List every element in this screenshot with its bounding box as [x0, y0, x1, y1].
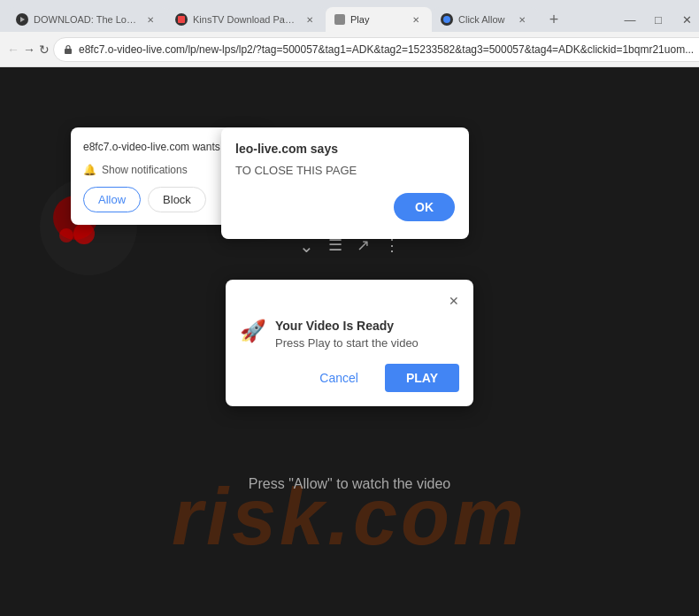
secure-icon [63, 44, 73, 55]
tab3-close[interactable]: ✕ [409, 12, 423, 27]
notification-popup-title: e8fc7.o-video-live.com wants to [83, 140, 232, 155]
video-ready-content: 🚀 Your Video Is Ready Press Play to star… [240, 319, 459, 350]
maximize-button[interactable]: □ [646, 7, 671, 32]
tab-download[interactable]: DOWNLOAD: The Lord of t ✕ [7, 7, 166, 32]
tab-kinstv[interactable]: KinsTV Download Page — ✕ [166, 7, 326, 32]
video-ready-subtitle: Press Play to start the video [275, 336, 419, 350]
alert-dialog: leo-live.com says TO CLOSE THIS PAGE OK [221, 127, 469, 239]
tab4-title: Click Allow [458, 14, 510, 25]
block-button[interactable]: Block [148, 187, 206, 212]
tab4-favicon [441, 13, 453, 26]
video-ready-close[interactable]: ✕ [449, 294, 459, 308]
rocket-icon: 🚀 [240, 319, 266, 343]
svg-point-2 [443, 16, 450, 23]
cancel-button[interactable]: Cancel [302, 364, 376, 392]
tab-click-allow[interactable]: Click Allow ✕ [432, 7, 538, 32]
video-ready-text: Your Video Is Ready Press Play to start … [275, 319, 419, 350]
browser-frame: DOWNLOAD: The Lord of t ✕ KinsTV Downloa… [0, 0, 699, 616]
svg-point-7 [73, 223, 95, 244]
close-button[interactable]: ✕ [674, 7, 699, 32]
alert-ok-button[interactable]: OK [394, 193, 455, 221]
tab-bar: DOWNLOAD: The Lord of t ✕ KinsTV Downloa… [0, 0, 699, 32]
svg-rect-1 [178, 16, 185, 23]
bell-icon: 🔔 [83, 164, 96, 176]
play-button[interactable]: PLAY [385, 364, 459, 392]
tab1-close[interactable]: ✕ [143, 12, 157, 27]
toolbar: ← → ↻ e8fc7.o-video-live.com/lp/new-lps/… [0, 32, 699, 67]
address-text: e8fc7.o-video-live.com/lp/new-lps/lp2/?t… [79, 43, 694, 56]
reload-button[interactable]: ↻ [39, 37, 50, 62]
allow-button[interactable]: Allow [83, 187, 141, 212]
tab-play[interactable]: Play ✕ [326, 7, 432, 32]
svg-point-8 [59, 228, 73, 243]
page-content: ⌄ ☰ ↗ ⋮ risk.com Press "Allow" to watch … [0, 67, 699, 616]
show-notifications-label: Show notifications [102, 164, 188, 176]
forward-button[interactable]: → [23, 37, 35, 62]
tab4-close[interactable]: ✕ [515, 12, 529, 27]
svg-rect-3 [65, 49, 72, 54]
tab1-favicon [16, 13, 28, 26]
tab2-title: KinsTV Download Page — [193, 14, 297, 25]
window-controls: — □ ✕ [618, 7, 699, 32]
video-ready-header: ✕ [240, 294, 459, 308]
tab3-favicon [334, 14, 345, 25]
svg-marker-0 [20, 17, 25, 22]
video-ready-dialog: ✕ 🚀 Your Video Is Ready Press Play to st… [226, 280, 473, 406]
back-button[interactable]: ← [7, 37, 19, 62]
tab2-favicon [175, 13, 188, 26]
address-bar[interactable]: e8fc7.o-video-live.com/lp/new-lps/lp2/?t… [53, 37, 699, 62]
minimize-button[interactable]: — [618, 7, 642, 32]
press-allow-text: Press "Allow" to watch the video [249, 476, 450, 492]
video-ready-title: Your Video Is Ready [275, 319, 419, 333]
tab2-close[interactable]: ✕ [303, 12, 317, 27]
new-tab-button[interactable]: + [542, 7, 566, 32]
tab3-title: Play [350, 14, 403, 25]
tab1-title: DOWNLOAD: The Lord of t [34, 14, 138, 25]
alert-title: leo-live.com says [235, 142, 455, 156]
video-ready-buttons: Cancel PLAY [240, 364, 459, 392]
alert-message: TO CLOSE THIS PAGE [235, 163, 455, 179]
